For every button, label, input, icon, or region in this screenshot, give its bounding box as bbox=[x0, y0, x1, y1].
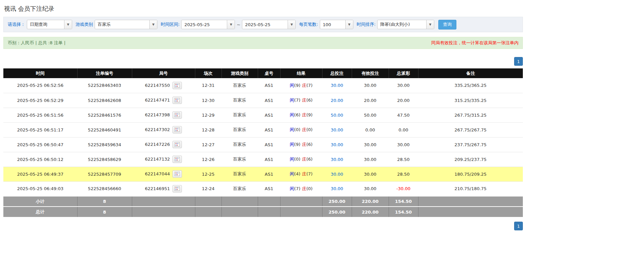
subtotal-payout: 154.50 bbox=[389, 196, 418, 207]
total-bet-link[interactable]: 50.00 bbox=[331, 113, 343, 118]
banker-result-label: 庄 bbox=[302, 157, 306, 162]
cell-total-bet: 30.00 bbox=[322, 152, 352, 167]
time-sort-select[interactable]: 降幂(由大到小) ▼ bbox=[377, 20, 434, 29]
round-no-text: 622147398 bbox=[145, 112, 170, 117]
chevron-down-icon[interactable]: ▼ bbox=[227, 20, 235, 29]
column-header-note: 备注 bbox=[418, 68, 523, 78]
cell-valid-bet: 0.00 bbox=[352, 122, 389, 137]
player-result-num: (9) bbox=[294, 83, 300, 88]
cell-bet-no: 522528463403 bbox=[77, 78, 132, 93]
cell-table-no: AS1 bbox=[258, 181, 280, 196]
cell-session: 12-31 bbox=[195, 78, 221, 93]
table-row: 2025-05-25 06:49:37 522528457709 6221470… bbox=[3, 167, 523, 181]
total-bet-link[interactable]: 30.00 bbox=[331, 142, 343, 147]
cell-total-bet: 30.00 bbox=[322, 181, 352, 196]
total-label: 总计 bbox=[3, 207, 77, 217]
cell-total-bet: 30.00 bbox=[322, 167, 352, 181]
subtotal-valid-bet: 220.00 bbox=[352, 196, 389, 207]
round-no-text: 622147044 bbox=[145, 171, 170, 176]
game-type-select[interactable]: 百家乐 ▼ bbox=[95, 20, 157, 29]
cell-game-type: 百家乐 bbox=[221, 93, 258, 108]
cell-total-bet: 50.00 bbox=[322, 108, 352, 122]
chevron-down-icon[interactable]: ▼ bbox=[345, 20, 353, 29]
main-container: 视讯 会员下注纪录 请选择： 日期查询 ▼ 游戏类别 百家乐 ▼ 时间区间: 2… bbox=[3, 0, 523, 230]
banker-result-label: 庄 bbox=[302, 127, 306, 132]
cell-valid-bet: 50.00 bbox=[352, 108, 389, 122]
total-count: 8 bbox=[77, 207, 132, 217]
cell-round-no: 622147471 bbox=[132, 93, 195, 108]
page-1-button[interactable]: 1 bbox=[514, 57, 523, 66]
date-range-separator: ~ bbox=[237, 22, 240, 27]
time-sort-value: 降幂(由大到小) bbox=[378, 21, 426, 27]
roadmap-button[interactable] bbox=[172, 82, 182, 89]
cell-bet-no: 522528457709 bbox=[77, 167, 132, 181]
banker-result-label: 庄 bbox=[302, 112, 306, 117]
query-button[interactable]: 查询 bbox=[438, 20, 456, 30]
cell-session: 12-28 bbox=[195, 122, 221, 137]
chevron-down-icon[interactable]: ▼ bbox=[149, 20, 157, 29]
roadmap-button[interactable] bbox=[172, 111, 182, 119]
table-row: 2025-05-25 06:51:56 522528461576 6221473… bbox=[3, 108, 523, 122]
page-title: 视讯 会员下注纪录 bbox=[3, 0, 523, 17]
column-header-payout: 总派彩 bbox=[389, 68, 418, 78]
banker-result-num: (0) bbox=[306, 127, 312, 132]
per-page-select[interactable]: 100 ▼ bbox=[320, 20, 353, 29]
column-header-round-no: 局号 bbox=[132, 68, 195, 78]
roadmap-button[interactable] bbox=[172, 126, 182, 133]
date-from-select[interactable]: 2025-05-25 ▼ bbox=[181, 20, 235, 29]
cell-valid-bet: 30.00 bbox=[352, 78, 389, 93]
round-no-text: 622147226 bbox=[145, 142, 170, 147]
per-page-value: 100 bbox=[320, 22, 345, 27]
query-type-select[interactable]: 日期查询 ▼ bbox=[27, 20, 72, 29]
total-bet-link[interactable]: 30.00 bbox=[331, 157, 343, 162]
player-result-label: 闲 bbox=[290, 142, 294, 147]
cell-session: 12-24 bbox=[195, 181, 221, 196]
cell-total-bet: 30.00 bbox=[322, 137, 352, 152]
column-header-time: 时间 bbox=[3, 68, 77, 78]
table-row: 2025-05-25 06:52:56 522528463403 6221475… bbox=[3, 78, 523, 93]
cell-round-no: 622146951 bbox=[132, 181, 195, 196]
subtotal-row: 小计 8 250.00 220.00 154.50 bbox=[3, 196, 523, 207]
banker-result-num: (0) bbox=[306, 186, 312, 191]
cell-session: 12-26 bbox=[195, 152, 221, 167]
cell-total-bet: 30.00 bbox=[322, 122, 352, 137]
cell-payout: 28.50 bbox=[389, 167, 418, 181]
roadmap-button[interactable] bbox=[172, 170, 182, 178]
chevron-down-icon[interactable]: ▼ bbox=[288, 20, 295, 29]
round-no-text: 622146951 bbox=[145, 186, 170, 191]
time-sort-label: 时间排序: bbox=[357, 21, 376, 27]
cell-table-no: AS1 bbox=[258, 137, 280, 152]
roadmap-icon bbox=[175, 98, 180, 102]
table-row: 2025-05-25 06:49:03 522528456660 6221469… bbox=[3, 181, 523, 196]
round-no-text: 622147550 bbox=[145, 82, 170, 88]
subtotal-label: 小计 bbox=[3, 196, 77, 207]
cell-time: 2025-05-25 06:52:29 bbox=[3, 93, 77, 108]
filter-bar: 请选择： 日期查询 ▼ 游戏类别 百家乐 ▼ 时间区间: 2025-05-25 … bbox=[3, 17, 523, 32]
cell-payout: 30.00 bbox=[389, 137, 418, 152]
table-body: 2025-05-25 06:52:56 522528463403 6221475… bbox=[3, 78, 523, 196]
cell-table-no: AS1 bbox=[258, 167, 280, 181]
chevron-down-icon[interactable]: ▼ bbox=[426, 20, 434, 29]
roadmap-button[interactable] bbox=[172, 97, 182, 104]
page-1-button[interactable]: 1 bbox=[514, 222, 523, 230]
cell-result: 闲(6)庄(9) bbox=[280, 108, 322, 122]
cell-valid-bet: 30.00 bbox=[352, 181, 389, 196]
cell-time: 2025-05-25 06:50:47 bbox=[3, 137, 77, 152]
total-bet-link[interactable]: 30.00 bbox=[331, 186, 343, 191]
roadmap-button[interactable] bbox=[172, 185, 182, 192]
column-header-game-type: 游戏类别 bbox=[221, 68, 258, 78]
roadmap-button[interactable] bbox=[172, 141, 182, 148]
column-header-bet-no: 注单编号 bbox=[77, 68, 132, 78]
total-bet-link[interactable]: 30.00 bbox=[331, 83, 343, 88]
total-bet-link[interactable]: 20.00 bbox=[331, 98, 343, 103]
column-header-result: 结果 bbox=[280, 68, 322, 78]
chevron-down-icon[interactable]: ▼ bbox=[64, 20, 72, 29]
cell-result: 闲(7)庄(6) bbox=[280, 93, 322, 108]
total-bet-link[interactable]: 30.00 bbox=[331, 172, 343, 177]
cell-note: 267.75/315.25 bbox=[418, 108, 523, 122]
date-to-select[interactable]: 2025-05-25 ▼ bbox=[242, 20, 296, 29]
roadmap-button[interactable] bbox=[172, 156, 182, 163]
cell-payout: 47.50 bbox=[389, 108, 418, 122]
total-bet-link[interactable]: 30.00 bbox=[331, 127, 343, 132]
roadmap-icon bbox=[175, 142, 180, 147]
